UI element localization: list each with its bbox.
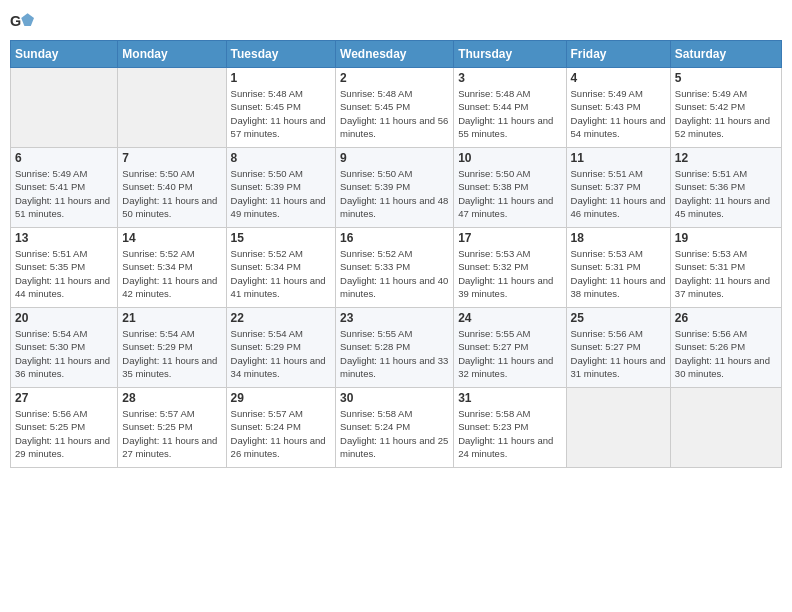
day-info: Sunrise: 5:51 AMSunset: 5:36 PMDaylight:…	[675, 167, 777, 220]
day-number: 6	[15, 151, 113, 165]
weekday-header-row: SundayMondayTuesdayWednesdayThursdayFrid…	[11, 41, 782, 68]
day-info: Sunrise: 5:49 AMSunset: 5:42 PMDaylight:…	[675, 87, 777, 140]
calendar-cell	[118, 68, 226, 148]
day-info: Sunrise: 5:53 AMSunset: 5:31 PMDaylight:…	[675, 247, 777, 300]
day-info: Sunrise: 5:51 AMSunset: 5:35 PMDaylight:…	[15, 247, 113, 300]
calendar-cell: 24Sunrise: 5:55 AMSunset: 5:27 PMDayligh…	[454, 308, 566, 388]
calendar-cell: 8Sunrise: 5:50 AMSunset: 5:39 PMDaylight…	[226, 148, 335, 228]
day-number: 23	[340, 311, 449, 325]
day-number: 29	[231, 391, 331, 405]
day-info: Sunrise: 5:50 AMSunset: 5:40 PMDaylight:…	[122, 167, 221, 220]
calendar-cell: 27Sunrise: 5:56 AMSunset: 5:25 PMDayligh…	[11, 388, 118, 468]
calendar-cell: 21Sunrise: 5:54 AMSunset: 5:29 PMDayligh…	[118, 308, 226, 388]
day-info: Sunrise: 5:52 AMSunset: 5:34 PMDaylight:…	[122, 247, 221, 300]
day-number: 27	[15, 391, 113, 405]
day-number: 16	[340, 231, 449, 245]
calendar-week-row: 6Sunrise: 5:49 AMSunset: 5:41 PMDaylight…	[11, 148, 782, 228]
calendar-cell: 9Sunrise: 5:50 AMSunset: 5:39 PMDaylight…	[336, 148, 454, 228]
day-number: 17	[458, 231, 561, 245]
day-info: Sunrise: 5:50 AMSunset: 5:39 PMDaylight:…	[231, 167, 331, 220]
weekday-header-thursday: Thursday	[454, 41, 566, 68]
calendar-cell: 17Sunrise: 5:53 AMSunset: 5:32 PMDayligh…	[454, 228, 566, 308]
calendar-cell: 19Sunrise: 5:53 AMSunset: 5:31 PMDayligh…	[670, 228, 781, 308]
day-number: 7	[122, 151, 221, 165]
day-info: Sunrise: 5:55 AMSunset: 5:28 PMDaylight:…	[340, 327, 449, 380]
calendar-table: SundayMondayTuesdayWednesdayThursdayFrid…	[10, 40, 782, 468]
day-number: 18	[571, 231, 666, 245]
calendar-cell: 6Sunrise: 5:49 AMSunset: 5:41 PMDaylight…	[11, 148, 118, 228]
day-info: Sunrise: 5:58 AMSunset: 5:24 PMDaylight:…	[340, 407, 449, 460]
svg-text:G: G	[10, 13, 21, 29]
day-number: 2	[340, 71, 449, 85]
day-number: 31	[458, 391, 561, 405]
svg-marker-1	[21, 13, 34, 26]
day-number: 26	[675, 311, 777, 325]
calendar-cell: 12Sunrise: 5:51 AMSunset: 5:36 PMDayligh…	[670, 148, 781, 228]
calendar-cell: 11Sunrise: 5:51 AMSunset: 5:37 PMDayligh…	[566, 148, 670, 228]
day-info: Sunrise: 5:50 AMSunset: 5:38 PMDaylight:…	[458, 167, 561, 220]
day-info: Sunrise: 5:52 AMSunset: 5:34 PMDaylight:…	[231, 247, 331, 300]
calendar-cell: 28Sunrise: 5:57 AMSunset: 5:25 PMDayligh…	[118, 388, 226, 468]
calendar-week-row: 13Sunrise: 5:51 AMSunset: 5:35 PMDayligh…	[11, 228, 782, 308]
day-info: Sunrise: 5:55 AMSunset: 5:27 PMDaylight:…	[458, 327, 561, 380]
day-number: 12	[675, 151, 777, 165]
header: G	[10, 10, 782, 34]
calendar-cell: 18Sunrise: 5:53 AMSunset: 5:31 PMDayligh…	[566, 228, 670, 308]
day-number: 8	[231, 151, 331, 165]
day-number: 30	[340, 391, 449, 405]
day-number: 11	[571, 151, 666, 165]
day-info: Sunrise: 5:58 AMSunset: 5:23 PMDaylight:…	[458, 407, 561, 460]
weekday-header-tuesday: Tuesday	[226, 41, 335, 68]
day-info: Sunrise: 5:57 AMSunset: 5:25 PMDaylight:…	[122, 407, 221, 460]
weekday-header-monday: Monday	[118, 41, 226, 68]
calendar-cell: 14Sunrise: 5:52 AMSunset: 5:34 PMDayligh…	[118, 228, 226, 308]
logo-icon: G	[10, 10, 34, 34]
day-info: Sunrise: 5:48 AMSunset: 5:45 PMDaylight:…	[340, 87, 449, 140]
day-number: 20	[15, 311, 113, 325]
calendar-week-row: 27Sunrise: 5:56 AMSunset: 5:25 PMDayligh…	[11, 388, 782, 468]
weekday-header-sunday: Sunday	[11, 41, 118, 68]
calendar-cell: 23Sunrise: 5:55 AMSunset: 5:28 PMDayligh…	[336, 308, 454, 388]
calendar-cell	[670, 388, 781, 468]
calendar-cell	[11, 68, 118, 148]
calendar-week-row: 1Sunrise: 5:48 AMSunset: 5:45 PMDaylight…	[11, 68, 782, 148]
day-number: 25	[571, 311, 666, 325]
calendar-cell: 30Sunrise: 5:58 AMSunset: 5:24 PMDayligh…	[336, 388, 454, 468]
day-number: 24	[458, 311, 561, 325]
day-number: 9	[340, 151, 449, 165]
day-info: Sunrise: 5:53 AMSunset: 5:31 PMDaylight:…	[571, 247, 666, 300]
calendar-cell: 13Sunrise: 5:51 AMSunset: 5:35 PMDayligh…	[11, 228, 118, 308]
calendar-cell: 5Sunrise: 5:49 AMSunset: 5:42 PMDaylight…	[670, 68, 781, 148]
calendar-cell: 22Sunrise: 5:54 AMSunset: 5:29 PMDayligh…	[226, 308, 335, 388]
calendar-cell	[566, 388, 670, 468]
calendar-cell: 2Sunrise: 5:48 AMSunset: 5:45 PMDaylight…	[336, 68, 454, 148]
day-info: Sunrise: 5:54 AMSunset: 5:29 PMDaylight:…	[231, 327, 331, 380]
day-info: Sunrise: 5:51 AMSunset: 5:37 PMDaylight:…	[571, 167, 666, 220]
calendar-cell: 15Sunrise: 5:52 AMSunset: 5:34 PMDayligh…	[226, 228, 335, 308]
day-info: Sunrise: 5:50 AMSunset: 5:39 PMDaylight:…	[340, 167, 449, 220]
day-number: 14	[122, 231, 221, 245]
day-info: Sunrise: 5:56 AMSunset: 5:26 PMDaylight:…	[675, 327, 777, 380]
calendar-cell: 4Sunrise: 5:49 AMSunset: 5:43 PMDaylight…	[566, 68, 670, 148]
day-number: 5	[675, 71, 777, 85]
day-number: 19	[675, 231, 777, 245]
day-number: 15	[231, 231, 331, 245]
day-info: Sunrise: 5:53 AMSunset: 5:32 PMDaylight:…	[458, 247, 561, 300]
day-number: 21	[122, 311, 221, 325]
calendar-cell: 29Sunrise: 5:57 AMSunset: 5:24 PMDayligh…	[226, 388, 335, 468]
day-number: 1	[231, 71, 331, 85]
day-number: 4	[571, 71, 666, 85]
day-number: 13	[15, 231, 113, 245]
day-info: Sunrise: 5:54 AMSunset: 5:30 PMDaylight:…	[15, 327, 113, 380]
day-info: Sunrise: 5:49 AMSunset: 5:41 PMDaylight:…	[15, 167, 113, 220]
calendar-body: 1Sunrise: 5:48 AMSunset: 5:45 PMDaylight…	[11, 68, 782, 468]
day-info: Sunrise: 5:49 AMSunset: 5:43 PMDaylight:…	[571, 87, 666, 140]
weekday-header-saturday: Saturday	[670, 41, 781, 68]
calendar-cell: 3Sunrise: 5:48 AMSunset: 5:44 PMDaylight…	[454, 68, 566, 148]
day-number: 28	[122, 391, 221, 405]
calendar-cell: 16Sunrise: 5:52 AMSunset: 5:33 PMDayligh…	[336, 228, 454, 308]
calendar-header: SundayMondayTuesdayWednesdayThursdayFrid…	[11, 41, 782, 68]
day-info: Sunrise: 5:52 AMSunset: 5:33 PMDaylight:…	[340, 247, 449, 300]
day-info: Sunrise: 5:48 AMSunset: 5:45 PMDaylight:…	[231, 87, 331, 140]
day-info: Sunrise: 5:56 AMSunset: 5:27 PMDaylight:…	[571, 327, 666, 380]
